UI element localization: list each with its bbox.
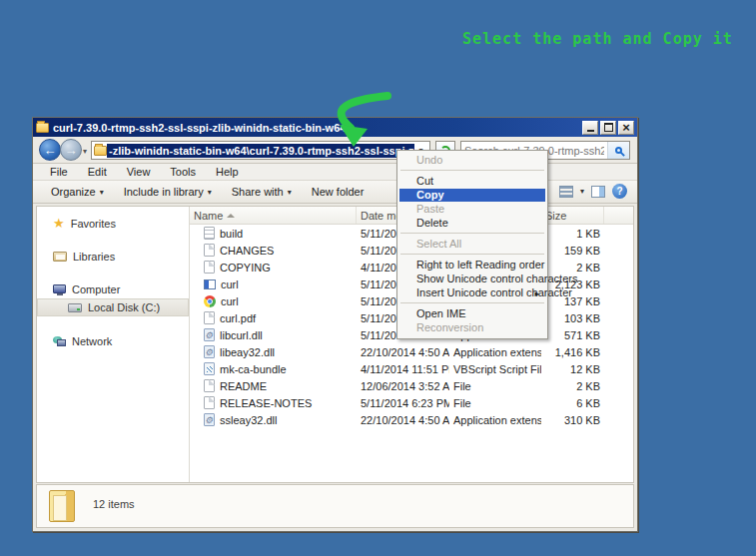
sort-asc-icon <box>227 214 235 218</box>
file-name: libeay32.dll <box>220 346 275 358</box>
menu-file[interactable]: File <box>41 165 77 179</box>
file-date: 4/11/2014 11:51 PM <box>357 363 449 375</box>
file-date: 5/11/2014 6:23 PM <box>357 397 449 409</box>
submenu-arrow-icon <box>534 286 539 300</box>
share-with-button[interactable]: Share with <box>224 184 300 200</box>
file-size: 2 KB <box>541 380 604 392</box>
file-name: ssleay32.dll <box>220 414 277 426</box>
menu-edit[interactable]: Edit <box>79 165 116 179</box>
column-header-size[interactable]: Size <box>541 207 604 224</box>
context-menu-item-paste: Paste <box>399 203 545 216</box>
context-menu-item-cut[interactable]: Cut <box>399 175 545 188</box>
share-with-label: Share with <box>232 186 284 198</box>
context-menu-item-reconversion: Reconversion <box>399 321 545 334</box>
sidebar-label: Libraries <box>73 251 115 263</box>
file-icon <box>204 244 215 257</box>
title-bar[interactable]: curl-7.39.0-rtmp-ssh2-ssl-sspi-zlib-wini… <box>33 118 637 137</box>
address-path-selected[interactable]: -zlib-winidn-static-bin-w64\curl-7.39.0-… <box>107 144 414 158</box>
file-row[interactable]: libeay32.dll 22/10/2014 4:50 AM Applicat… <box>190 343 633 360</box>
chevron-down-icon <box>100 188 104 197</box>
file-date: 22/10/2014 4:50 AM <box>357 346 449 358</box>
context-menu-item-delete[interactable]: Delete <box>399 217 545 230</box>
sidebar-item-favorites[interactable]: Favorites <box>37 216 189 232</box>
history-dropdown-icon[interactable] <box>83 147 87 156</box>
file-name: curl <box>221 278 239 290</box>
help-icon[interactable] <box>612 184 627 199</box>
file-size: 1 KB <box>541 228 604 240</box>
sidebar-item-local-disk-c[interactable]: Local Disk (C:) <box>37 298 189 316</box>
file-name: curl <box>221 295 239 307</box>
file-date: 22/10/2014 4:50 AM <box>357 414 449 426</box>
file-name: curl.pdf <box>220 312 256 324</box>
file-row[interactable]: mk-ca-bundle 4/11/2014 11:51 PM VBScript… <box>190 360 633 377</box>
file-row[interactable]: ssleay32.dll 22/10/2014 4:50 AM Applicat… <box>190 411 633 428</box>
include-in-library-button[interactable]: Include in library <box>116 184 220 200</box>
context-menu-item-open-ime[interactable]: Open IME <box>399 307 545 320</box>
file-row[interactable]: RELEASE-NOTES 5/11/2014 6:23 PM File 6 K… <box>190 394 633 411</box>
list-view-icon[interactable] <box>559 186 573 198</box>
context-menu-item-rtl-reading-order[interactable]: Right to left Reading order <box>399 259 545 272</box>
maximize-button[interactable] <box>600 121 616 135</box>
file-name: COPYING <box>220 262 271 274</box>
dll-icon <box>204 328 215 341</box>
file-icon <box>204 379 215 392</box>
file-name: build <box>220 228 243 240</box>
close-button[interactable] <box>618 121 634 135</box>
context-menu-item-select-all: Select All <box>399 238 545 251</box>
chevron-down-icon <box>208 188 212 197</box>
search-icon <box>615 147 622 154</box>
dll-icon <box>204 413 215 426</box>
sidebar-item-libraries[interactable]: Libraries <box>37 249 189 265</box>
file-icon <box>204 311 215 324</box>
search-button[interactable] <box>607 142 629 159</box>
new-folder-button[interactable]: New folder <box>304 184 373 200</box>
file-date: 12/06/2014 3:52 AM <box>357 380 449 392</box>
file-row[interactable]: README 12/06/2014 3:52 AM File 2 KB <box>190 377 633 394</box>
file-icon <box>204 396 215 409</box>
file-size: 103 KB <box>541 312 604 324</box>
sidebar-label: Computer <box>72 283 120 295</box>
menu-tools[interactable]: Tools <box>161 165 205 179</box>
menu-view[interactable]: View <box>118 165 160 179</box>
chrome-icon <box>204 295 216 307</box>
minimize-button[interactable] <box>582 121 598 135</box>
sidebar-item-network[interactable]: Network <box>37 333 189 349</box>
file-name: mk-ca-bundle <box>220 363 287 375</box>
file-size: 1,416 KB <box>541 346 604 358</box>
file-name: libcurl.dll <box>220 329 263 341</box>
include-in-library-label: Include in library <box>124 186 204 198</box>
items-count: 12 items <box>93 498 135 510</box>
folder-icon <box>94 146 107 156</box>
file-size: 12 KB <box>541 363 604 375</box>
window-title: curl-7.39.0-rtmp-ssh2-ssl-sspi-zlib-wini… <box>53 122 582 134</box>
file-name: RELEASE-NOTES <box>220 397 312 409</box>
context-menu-item-copy[interactable]: Copy <box>399 189 545 202</box>
views-dropdown-icon[interactable] <box>580 187 584 196</box>
sidebar-item-computer[interactable]: Computer <box>37 281 189 297</box>
forward-button[interactable] <box>60 139 82 161</box>
dll-icon <box>204 345 215 358</box>
back-button[interactable] <box>39 139 61 161</box>
column-header-name[interactable]: Name <box>190 207 357 224</box>
preview-pane-icon[interactable] <box>591 186 605 198</box>
chevron-down-icon <box>288 188 292 197</box>
column-header-filler <box>604 207 633 224</box>
file-type: File <box>449 397 541 409</box>
menu-help[interactable]: Help <box>207 165 248 179</box>
organize-label: Organize <box>51 186 96 198</box>
menu-separator <box>400 302 544 303</box>
file-size: 2 KB <box>541 262 604 274</box>
new-folder-label: New folder <box>312 186 365 198</box>
column-label: Name <box>194 210 223 222</box>
file-size: 571 KB <box>541 329 604 341</box>
file-name: README <box>220 380 267 392</box>
menu-item-label: Insert Unicode control character <box>416 286 572 298</box>
context-menu-item-show-unicode-chars[interactable]: Show Unicode control characters <box>399 273 545 285</box>
context-menu-item-insert-unicode-char[interactable]: Insert Unicode control character <box>399 286 545 299</box>
organize-button[interactable]: Organize <box>43 184 112 200</box>
file-size: 310 KB <box>541 414 604 426</box>
navigation-pane: Favorites Libraries Computer Local Disk … <box>37 207 190 482</box>
toolbar-right-icons <box>559 184 627 199</box>
address-bar[interactable]: -zlib-winidn-static-bin-w64\curl-7.39.0-… <box>91 141 430 160</box>
text-file-icon <box>204 227 215 240</box>
